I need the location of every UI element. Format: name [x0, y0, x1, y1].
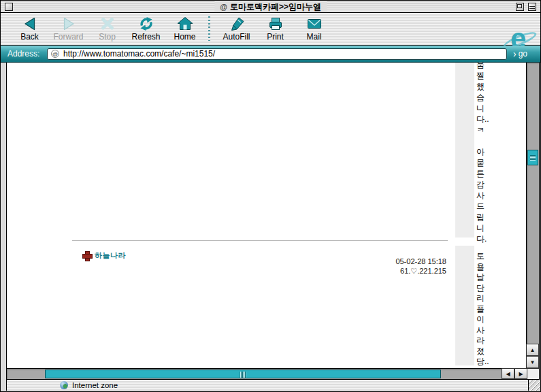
post-ip: 61.♡.221.215	[279, 266, 446, 276]
home-button[interactable]: Home	[165, 15, 204, 42]
post-date: 05-02-28 15:18	[279, 257, 446, 266]
go-arrow-icon: ›	[513, 50, 517, 57]
window-title-text: 토마토맥카페>>임마누엘	[230, 1, 321, 13]
refresh-label: Refresh	[131, 32, 160, 42]
go-label: go	[519, 49, 527, 59]
globe-icon	[60, 381, 68, 389]
author-logo[interactable]: 하늘나라	[82, 250, 126, 261]
left-arrow-icon: ◀	[506, 371, 510, 377]
scrollbar-corner	[527, 368, 539, 379]
scroll-left-button[interactable]: ◀	[502, 368, 514, 379]
autofill-icon	[229, 16, 245, 31]
back-label: Back	[20, 32, 39, 42]
browser-window: @ 토마토맥카페>>임마누엘 Back Forward Stop	[0, 0, 541, 392]
toolbar: Back Forward Stop Refresh	[1, 13, 540, 46]
page-proxy-icon: @	[220, 3, 227, 11]
post-body-bottom: 토 욜 날 단 리 플 이 사 라 졌 당..	[476, 251, 494, 368]
autofill-label: AutoFill	[223, 32, 250, 42]
red-cross-icon	[82, 251, 91, 260]
page-content: 움 찔 했 습 니 다.. ㅋ 아 뭍 튼 감 사 드 립 니 다. 하늘나라 …	[7, 63, 526, 368]
address-input[interactable]: @ http://www.tomatomac.com/cafe/~mi1515/	[47, 48, 507, 60]
refresh-icon	[138, 16, 154, 31]
print-label: Print	[267, 32, 284, 42]
vertical-scrollbar-thumb[interactable]	[527, 150, 538, 165]
status-bar: Internet zone	[7, 379, 528, 391]
scroll-down-button[interactable]: ▼	[526, 356, 539, 368]
window-title: @ 토마토맥카페>>임마누엘	[214, 1, 327, 12]
mail-icon	[306, 16, 323, 31]
mail-button[interactable]: Mail	[295, 15, 333, 42]
scroll-up-button[interactable]: ▲	[526, 344, 539, 356]
title-bar[interactable]: @ 토마토맥카페>>임마누엘	[1, 1, 540, 13]
post-divider	[72, 240, 448, 241]
autofill-button[interactable]: AutoFill	[217, 15, 256, 42]
right-arrow-icon: ▶	[519, 371, 523, 377]
refresh-button[interactable]: Refresh	[127, 15, 165, 42]
table-cell-shade-bottom	[455, 246, 474, 365]
address-bar: Address: @ http://www.tomatomac.com/cafe…	[1, 46, 540, 63]
print-icon	[267, 16, 284, 31]
print-button[interactable]: Print	[256, 15, 295, 42]
zone-label: Internet zone	[72, 381, 118, 389]
stop-icon	[99, 16, 116, 31]
toolbar-separator	[208, 16, 210, 41]
back-button[interactable]: Back	[10, 15, 49, 42]
collapse-box[interactable]	[528, 3, 536, 11]
post-meta: 05-02-28 15:18 61.♡.221.215	[279, 257, 446, 276]
url-text[interactable]: http://www.tomatomac.com/cafe/~mi1515/	[63, 49, 215, 59]
vertical-scrollbar[interactable]	[526, 63, 539, 368]
home-label: Home	[174, 32, 195, 42]
forward-button[interactable]: Forward	[49, 15, 88, 42]
back-icon	[22, 16, 38, 31]
zoom-box[interactable]	[516, 3, 524, 11]
scroll-right-button[interactable]: ▶	[514, 368, 527, 379]
address-label: Address:	[7, 49, 43, 59]
forward-label: Forward	[53, 32, 83, 42]
up-arrow-icon: ▲	[530, 347, 536, 353]
resize-grip[interactable]	[528, 379, 540, 391]
window-frame-left	[1, 63, 7, 391]
go-button[interactable]: › go	[513, 49, 527, 59]
home-icon	[177, 16, 193, 31]
url-at-icon: @	[51, 50, 59, 58]
horizontal-scrollbar[interactable]	[7, 368, 502, 379]
scrollbar-grip	[240, 372, 246, 378]
post-body-top: 움 찔 했 습 니 다.. ㅋ 아 뭍 튼 감 사 드 립 니 다.	[476, 63, 494, 244]
stop-label: Stop	[99, 32, 116, 42]
mail-label: Mail	[306, 32, 321, 42]
close-box[interactable]	[5, 3, 13, 11]
author-logo-text: 하늘나라	[95, 250, 126, 261]
down-arrow-icon: ▼	[530, 359, 536, 365]
stop-button[interactable]: Stop	[88, 15, 127, 42]
horizontal-scrollbar-thumb[interactable]	[45, 370, 441, 378]
forward-icon	[61, 16, 77, 31]
table-cell-shade-top	[455, 63, 474, 238]
